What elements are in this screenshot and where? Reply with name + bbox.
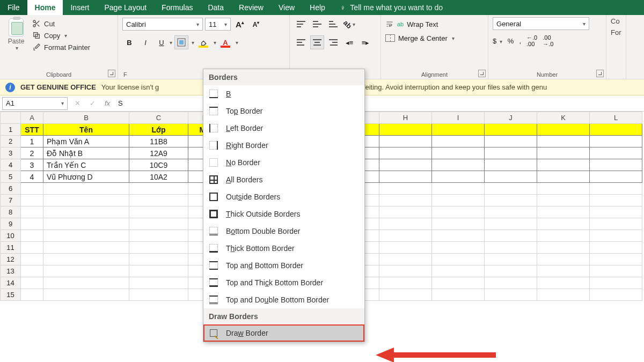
cell[interactable] (21, 230, 43, 242)
dd-top-thickbottom[interactable]: Top and Thick Bottom Border (203, 274, 364, 291)
cell[interactable] (590, 289, 642, 301)
cell[interactable]: STT (21, 124, 43, 136)
cell[interactable] (129, 242, 188, 254)
cell[interactable] (485, 218, 537, 230)
cell[interactable] (129, 289, 188, 301)
tab-review[interactable]: Review (231, 0, 271, 15)
alignment-dialog-launcher[interactable] (478, 70, 486, 77)
cell[interactable] (537, 242, 590, 254)
comma-button[interactable]: , (519, 37, 521, 45)
cell[interactable] (21, 254, 43, 265)
cell[interactable] (537, 265, 590, 277)
cell[interactable] (537, 206, 590, 218)
decrease-decimal-button[interactable]: .00→.0 (543, 34, 553, 47)
cell[interactable]: Vũ Phương D (43, 171, 129, 183)
font-size-combo[interactable]: 11 ▾ (205, 18, 231, 31)
cell[interactable] (21, 195, 43, 206)
cell[interactable] (485, 254, 537, 265)
cell[interactable] (590, 147, 642, 159)
underline-button[interactable]: U (155, 35, 169, 49)
cell[interactable] (432, 183, 485, 195)
currency-button[interactable]: $ ▾ (493, 37, 502, 45)
font-name-combo[interactable]: Calibri ▾ (122, 18, 203, 31)
row-header-12[interactable]: 12 (1, 254, 21, 265)
cell[interactable] (537, 218, 590, 230)
cell[interactable]: 2 (21, 147, 43, 159)
tab-view[interactable]: View (271, 0, 302, 15)
cell[interactable]: Lớp (129, 124, 188, 136)
cell[interactable] (590, 195, 642, 206)
dd-top-bottom[interactable]: Top and Bottom Border (203, 257, 364, 274)
row-header-8[interactable]: 8 (1, 206, 21, 218)
col-header-L[interactable]: L (590, 112, 642, 124)
format-painter-button[interactable]: Format Painter (32, 43, 90, 51)
row-header-4[interactable]: 4 (1, 159, 21, 171)
cell[interactable] (485, 206, 537, 218)
cell[interactable] (379, 124, 432, 136)
decrease-font-button[interactable]: A▾ (249, 17, 263, 31)
cell[interactable] (43, 289, 129, 301)
cell[interactable]: Phạm Văn A (43, 136, 129, 147)
col-header-B[interactable]: B (43, 112, 129, 124)
cell[interactable]: 10C9 (129, 159, 188, 171)
cell[interactable] (129, 254, 188, 265)
cell[interactable] (43, 230, 129, 242)
cell[interactable] (590, 159, 642, 171)
dd-top-border[interactable]: Top Border (203, 102, 364, 120)
row-header-11[interactable]: 11 (1, 242, 21, 254)
decrease-indent-button[interactable]: ◂≡ (342, 35, 356, 49)
cell[interactable] (537, 195, 590, 206)
cell[interactable] (129, 218, 188, 230)
cell[interactable] (485, 124, 537, 136)
row-header-15[interactable]: 15 (1, 289, 21, 301)
col-header-H[interactable]: H (379, 112, 432, 124)
dd-bottom-border[interactable]: B (203, 85, 364, 102)
tell-me-search[interactable]: ♀ Tell me what you want to do (333, 0, 450, 15)
cell[interactable] (590, 206, 642, 218)
number-format-combo[interactable]: General ▾ (493, 17, 589, 30)
cell[interactable] (537, 136, 590, 147)
cell[interactable] (129, 183, 188, 195)
cell[interactable] (21, 289, 43, 301)
row-header-1[interactable]: 1 (1, 124, 21, 136)
cell[interactable] (43, 206, 129, 218)
cell[interactable] (537, 254, 590, 265)
row-header-6[interactable]: 6 (1, 183, 21, 195)
copy-button[interactable]: Copy ▾ (32, 31, 90, 40)
cell[interactable] (485, 195, 537, 206)
cell[interactable] (432, 159, 485, 171)
cell[interactable] (590, 230, 642, 242)
cell[interactable] (485, 230, 537, 242)
cell[interactable] (379, 159, 432, 171)
chevron-down-icon[interactable]: ▾ (16, 45, 18, 51)
cell[interactable] (432, 124, 485, 136)
cell[interactable] (379, 171, 432, 183)
chevron-down-icon[interactable]: ▾ (170, 40, 172, 46)
col-header-A[interactable]: A (21, 112, 43, 124)
formula-input[interactable]: S (115, 99, 644, 107)
align-middle-button[interactable] (310, 17, 324, 31)
row-header-9[interactable]: 9 (1, 218, 21, 230)
cell[interactable] (432, 147, 485, 159)
cell[interactable] (432, 171, 485, 183)
cell[interactable] (129, 230, 188, 242)
cell[interactable] (485, 159, 537, 171)
cell[interactable] (21, 265, 43, 277)
cell[interactable] (379, 206, 432, 218)
dd-no-border[interactable]: No Border (203, 154, 364, 171)
cell[interactable] (432, 277, 485, 289)
cell[interactable] (21, 242, 43, 254)
chevron-down-icon[interactable]: ▾ (236, 40, 238, 46)
cell[interactable] (537, 171, 590, 183)
cell[interactable] (432, 195, 485, 206)
borders-dropdown-arrow[interactable]: ▾ (192, 40, 194, 46)
cell[interactable] (43, 242, 129, 254)
cell[interactable] (379, 183, 432, 195)
number-dialog-launcher[interactable] (596, 70, 604, 77)
cell[interactable] (590, 265, 642, 277)
tab-help[interactable]: Help (302, 0, 333, 15)
cell[interactable] (537, 277, 590, 289)
cell[interactable]: Tên (43, 124, 129, 136)
font-color-button[interactable]: A (218, 35, 232, 49)
cell[interactable]: Trần Yến C (43, 159, 129, 171)
